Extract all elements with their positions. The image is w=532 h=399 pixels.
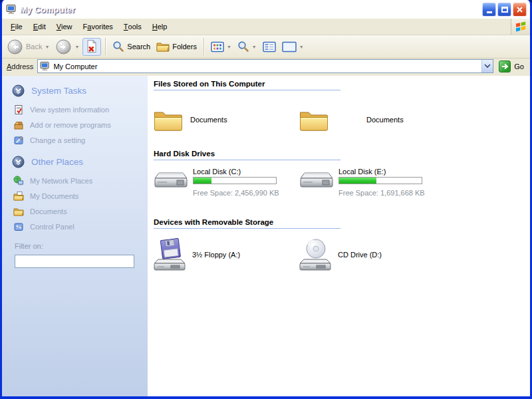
minimize-icon	[487, 11, 492, 13]
address-dropdown-button[interactable]	[481, 60, 493, 72]
folder-label: Documents	[190, 116, 227, 124]
menu-tools[interactable]: Tools	[118, 19, 147, 35]
system-information-icon	[13, 104, 24, 115]
section-title: Hard Disk Drives	[154, 150, 530, 158]
back-button[interactable]: Back ▼	[4, 37, 52, 57]
drive-item-local-disk-e[interactable]: Local Disk (E:) Free Space: 1,691,668 KB	[299, 167, 530, 209]
sidebar-item-my-documents[interactable]: My Documents	[2, 190, 148, 201]
forward-button[interactable]: ▼	[53, 37, 82, 57]
menu-help[interactable]: Help	[147, 19, 173, 35]
magnifier-icon	[237, 41, 249, 53]
system-tasks-title: System Tasks	[31, 86, 86, 96]
details-button[interactable]	[260, 37, 279, 57]
folder-label: Documents	[366, 116, 404, 124]
layout-button[interactable]: ▼	[279, 37, 307, 57]
sidebar: System Tasks View system information	[2, 76, 148, 396]
collapse-chevron-icon	[12, 156, 25, 168]
title-bar[interactable]: My Computer	[2, 0, 530, 19]
sidebar-item-label: Add or remove programs	[30, 121, 111, 129]
menu-file[interactable]: File	[5, 19, 28, 35]
other-places-header[interactable]: Other Places	[2, 156, 148, 168]
section-hard-disk-drives: Hard Disk Drives	[154, 150, 530, 160]
free-space-bar	[338, 177, 422, 184]
device-item-floppy-a[interactable]: 3½ Floppy (A:)	[154, 231, 299, 278]
my-computer-icon	[40, 61, 50, 71]
folders-icon	[156, 41, 170, 52]
views-button[interactable]: ▼	[208, 37, 234, 57]
layout-box-icon	[282, 41, 297, 53]
folder-item-documents-2[interactable]: Documents	[299, 99, 530, 140]
main-panel: Files Stored on This Computer Documents	[148, 76, 530, 396]
hard-disk-icon	[299, 167, 334, 191]
drive-name: Local Disk (E:)	[338, 168, 425, 176]
toolbar-separator	[105, 38, 106, 55]
window-title: My Computer	[20, 5, 479, 15]
sidebar-item-my-network-places[interactable]: My Network Places	[2, 175, 148, 186]
my-documents-icon	[13, 191, 24, 201]
sidebar-item-documents[interactable]: Documents	[2, 205, 148, 217]
my-computer-icon[interactable]	[6, 4, 17, 15]
device-label: 3½ Floppy (A:)	[192, 251, 240, 259]
menu-view[interactable]: View	[51, 19, 78, 35]
toolbar-separator	[203, 38, 204, 55]
back-dropdown-icon: ▼	[45, 45, 49, 49]
menu-bar: File Edit View Favorites Tools Help	[2, 19, 530, 35]
devices-tile-grid: 3½ Floppy (A:) CD Drive (D:)	[154, 231, 530, 278]
stop-button[interactable]	[82, 38, 101, 56]
address-value: My Computer	[53, 63, 481, 70]
toolbar: Back ▼ ▼ Search	[2, 35, 530, 59]
collapse-chevron-icon	[12, 84, 25, 97]
section-files-stored: Files Stored on This Computer	[154, 80, 530, 90]
section-underline	[154, 90, 340, 90]
address-combo[interactable]: My Computer	[37, 59, 493, 73]
stop-icon	[85, 39, 98, 54]
maximize-icon	[501, 7, 508, 13]
menu-edit[interactable]: Edit	[28, 19, 51, 35]
sidebar-item-label: View system information	[30, 106, 109, 114]
sidebar-item-control-panel[interactable]: Control Panel	[2, 221, 148, 232]
sidebar-item-label: Change a setting	[30, 136, 85, 144]
minimize-button[interactable]	[482, 3, 496, 17]
sidebar-section-system-tasks: System Tasks View system information	[2, 84, 148, 146]
folder-icon	[154, 108, 183, 132]
details-icon	[263, 41, 276, 53]
free-space-bar-fill	[194, 178, 211, 184]
drive-item-local-disk-c[interactable]: Local Disk (C:) Free Space: 2,456,990 KB	[154, 167, 299, 209]
section-title: Files Stored on This Computer	[154, 80, 530, 88]
close-button[interactable]	[513, 3, 527, 17]
hard-disk-icon	[154, 167, 188, 191]
sidebar-item-label: Control Panel	[30, 223, 74, 231]
back-icon	[7, 39, 23, 55]
sidebar-item-change-a-setting[interactable]: Change a setting	[2, 134, 148, 146]
add-remove-programs-icon	[13, 120, 24, 130]
content-area: System Tasks View system information	[2, 76, 530, 396]
search-button[interactable]: Search	[110, 37, 153, 57]
section-title: Devices with Removable Storage	[154, 218, 530, 226]
folder-item-documents-1[interactable]: Documents	[154, 99, 299, 140]
files-tile-grid: Documents Documents	[154, 99, 530, 140]
filter-section: Filter on:	[2, 242, 148, 268]
maximize-button[interactable]	[497, 3, 511, 17]
menu-favorites[interactable]: Favorites	[78, 19, 118, 35]
sidebar-item-label: Documents	[30, 207, 67, 215]
free-space-text: Free Space: 1,691,668 KB	[338, 189, 425, 197]
section-removable-storage: Devices with Removable Storage	[154, 218, 530, 229]
device-item-cd-drive-d[interactable]: CD Drive (D:)	[299, 231, 530, 278]
my-computer-window: My Computer File Edit View Favorites Too…	[0, 0, 532, 399]
system-tasks-header[interactable]: System Tasks	[2, 84, 148, 97]
zoom-button[interactable]: ▼	[235, 37, 259, 57]
go-button[interactable]: Go	[497, 61, 527, 72]
search-label: Search	[127, 43, 150, 51]
network-places-icon	[13, 176, 24, 186]
sidebar-item-add-or-remove-programs[interactable]: Add or remove programs	[2, 119, 148, 130]
drive-name: Local Disk (C:)	[193, 168, 279, 176]
folders-label: Folders	[172, 43, 197, 51]
free-space-bar-fill	[339, 178, 376, 184]
device-label: CD Drive (D:)	[338, 251, 382, 259]
sidebar-item-view-system-information[interactable]: View system information	[2, 104, 148, 115]
drive-info: Local Disk (E:) Free Space: 1,691,668 KB	[338, 167, 425, 198]
filter-input[interactable]	[15, 255, 134, 268]
folders-button[interactable]: Folders	[154, 37, 200, 57]
control-panel-icon	[13, 221, 24, 232]
search-icon	[112, 41, 124, 53]
